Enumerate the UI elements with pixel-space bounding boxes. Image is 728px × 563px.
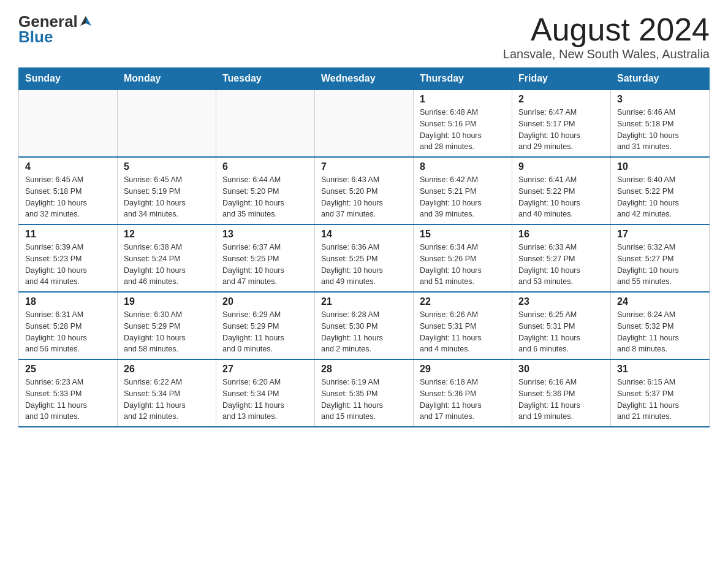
day-info: Sunrise: 6:24 AMSunset: 5:32 PMDaylight:… <box>617 309 703 355</box>
day-number: 17 <box>617 229 703 240</box>
calendar-cell: 8Sunrise: 6:42 AMSunset: 5:21 PMDaylight… <box>414 157 512 224</box>
day-number: 29 <box>420 364 506 375</box>
calendar-cell: 13Sunrise: 6:37 AMSunset: 5:25 PMDayligh… <box>216 224 315 292</box>
calendar-cell: 4Sunrise: 6:45 AMSunset: 5:18 PMDaylight… <box>19 157 118 224</box>
day-number: 6 <box>222 161 308 172</box>
calendar-week-4: 18Sunrise: 6:31 AMSunset: 5:28 PMDayligh… <box>19 292 710 359</box>
weekday-header-saturday: Saturday <box>611 68 710 90</box>
day-info: Sunrise: 6:47 AMSunset: 5:17 PMDaylight:… <box>518 107 604 153</box>
calendar-cell: 7Sunrise: 6:43 AMSunset: 5:20 PMDaylight… <box>315 157 414 224</box>
day-number: 16 <box>518 229 604 240</box>
day-number: 31 <box>617 364 703 375</box>
day-info: Sunrise: 6:48 AMSunset: 5:16 PMDaylight:… <box>420 107 506 153</box>
calendar-cell: 20Sunrise: 6:29 AMSunset: 5:29 PMDayligh… <box>216 292 315 359</box>
day-info: Sunrise: 6:31 AMSunset: 5:28 PMDaylight:… <box>25 309 111 355</box>
day-number: 12 <box>124 229 210 240</box>
calendar-cell: 30Sunrise: 6:16 AMSunset: 5:36 PMDayligh… <box>512 359 611 427</box>
calendar-cell <box>118 90 216 157</box>
day-info: Sunrise: 6:32 AMSunset: 5:27 PMDaylight:… <box>617 242 703 288</box>
weekday-header-tuesday: Tuesday <box>216 68 315 90</box>
calendar-cell: 25Sunrise: 6:23 AMSunset: 5:33 PMDayligh… <box>19 359 118 427</box>
calendar-cell <box>19 90 118 157</box>
calendar-header-row: SundayMondayTuesdayWednesdayThursdayFrid… <box>19 68 710 90</box>
calendar-cell: 29Sunrise: 6:18 AMSunset: 5:36 PMDayligh… <box>414 359 512 427</box>
day-info: Sunrise: 6:44 AMSunset: 5:20 PMDaylight:… <box>222 174 308 220</box>
weekday-header-wednesday: Wednesday <box>315 68 414 90</box>
calendar-cell: 26Sunrise: 6:22 AMSunset: 5:34 PMDayligh… <box>118 359 216 427</box>
calendar-cell: 10Sunrise: 6:40 AMSunset: 5:22 PMDayligh… <box>611 157 710 224</box>
day-number: 4 <box>25 161 111 172</box>
calendar-cell: 2Sunrise: 6:47 AMSunset: 5:17 PMDaylight… <box>512 90 611 157</box>
day-number: 24 <box>617 296 703 307</box>
day-number: 8 <box>420 161 506 172</box>
day-info: Sunrise: 6:26 AMSunset: 5:31 PMDaylight:… <box>420 309 506 355</box>
day-info: Sunrise: 6:25 AMSunset: 5:31 PMDaylight:… <box>518 309 604 355</box>
calendar-cell: 21Sunrise: 6:28 AMSunset: 5:30 PMDayligh… <box>315 292 414 359</box>
weekday-header-thursday: Thursday <box>414 68 512 90</box>
day-number: 9 <box>518 161 604 172</box>
calendar-cell: 16Sunrise: 6:33 AMSunset: 5:27 PMDayligh… <box>512 224 611 292</box>
location-title: Lansvale, New South Wales, Australia <box>503 47 710 61</box>
day-info: Sunrise: 6:45 AMSunset: 5:18 PMDaylight:… <box>25 174 111 220</box>
calendar-cell: 5Sunrise: 6:45 AMSunset: 5:19 PMDaylight… <box>118 157 216 224</box>
calendar-cell: 14Sunrise: 6:36 AMSunset: 5:25 PMDayligh… <box>315 224 414 292</box>
day-info: Sunrise: 6:40 AMSunset: 5:22 PMDaylight:… <box>617 174 703 220</box>
calendar-cell <box>216 90 315 157</box>
calendar-cell: 9Sunrise: 6:41 AMSunset: 5:22 PMDaylight… <box>512 157 611 224</box>
day-info: Sunrise: 6:42 AMSunset: 5:21 PMDaylight:… <box>420 174 506 220</box>
day-number: 23 <box>518 296 604 307</box>
calendar-table: SundayMondayTuesdayWednesdayThursdayFrid… <box>18 67 710 427</box>
day-number: 30 <box>518 364 604 375</box>
day-info: Sunrise: 6:41 AMSunset: 5:22 PMDaylight:… <box>518 174 604 220</box>
weekday-header-monday: Monday <box>118 68 216 90</box>
day-number: 21 <box>321 296 407 307</box>
calendar-cell: 15Sunrise: 6:34 AMSunset: 5:26 PMDayligh… <box>414 224 512 292</box>
day-info: Sunrise: 6:34 AMSunset: 5:26 PMDaylight:… <box>420 242 506 288</box>
calendar-week-1: 1Sunrise: 6:48 AMSunset: 5:16 PMDaylight… <box>19 90 710 157</box>
calendar-cell: 22Sunrise: 6:26 AMSunset: 5:31 PMDayligh… <box>414 292 512 359</box>
day-number: 1 <box>420 94 506 105</box>
calendar-cell: 12Sunrise: 6:38 AMSunset: 5:24 PMDayligh… <box>118 224 216 292</box>
day-info: Sunrise: 6:28 AMSunset: 5:30 PMDaylight:… <box>321 309 407 355</box>
day-number: 11 <box>25 229 111 240</box>
day-info: Sunrise: 6:23 AMSunset: 5:33 PMDaylight:… <box>25 377 111 423</box>
day-number: 22 <box>420 296 506 307</box>
day-info: Sunrise: 6:22 AMSunset: 5:34 PMDaylight:… <box>124 377 210 423</box>
calendar-cell <box>315 90 414 157</box>
title-area: August 2024 Lansvale, New South Wales, A… <box>503 12 710 61</box>
calendar-cell: 3Sunrise: 6:46 AMSunset: 5:18 PMDaylight… <box>611 90 710 157</box>
weekday-header-friday: Friday <box>512 68 611 90</box>
day-number: 25 <box>25 364 111 375</box>
calendar-cell: 23Sunrise: 6:25 AMSunset: 5:31 PMDayligh… <box>512 292 611 359</box>
calendar-cell: 11Sunrise: 6:39 AMSunset: 5:23 PMDayligh… <box>19 224 118 292</box>
day-number: 3 <box>617 94 703 105</box>
calendar-cell: 31Sunrise: 6:15 AMSunset: 5:37 PMDayligh… <box>611 359 710 427</box>
day-info: Sunrise: 6:29 AMSunset: 5:29 PMDaylight:… <box>222 309 308 355</box>
weekday-header-sunday: Sunday <box>19 68 118 90</box>
day-info: Sunrise: 6:39 AMSunset: 5:23 PMDaylight:… <box>25 242 111 288</box>
day-number: 15 <box>420 229 506 240</box>
calendar-cell: 27Sunrise: 6:20 AMSunset: 5:34 PMDayligh… <box>216 359 315 427</box>
day-number: 20 <box>222 296 308 307</box>
page-header: General Blue August 2024 Lansvale, New S… <box>18 12 710 61</box>
day-info: Sunrise: 6:15 AMSunset: 5:37 PMDaylight:… <box>617 377 703 423</box>
day-number: 26 <box>124 364 210 375</box>
day-number: 10 <box>617 161 703 172</box>
calendar-week-2: 4Sunrise: 6:45 AMSunset: 5:18 PMDaylight… <box>19 157 710 224</box>
svg-marker-1 <box>80 16 86 26</box>
day-info: Sunrise: 6:36 AMSunset: 5:25 PMDaylight:… <box>321 242 407 288</box>
calendar-cell: 19Sunrise: 6:30 AMSunset: 5:29 PMDayligh… <box>118 292 216 359</box>
day-info: Sunrise: 6:20 AMSunset: 5:34 PMDaylight:… <box>222 377 308 423</box>
day-number: 5 <box>124 161 210 172</box>
day-number: 7 <box>321 161 407 172</box>
day-number: 18 <box>25 296 111 307</box>
day-info: Sunrise: 6:33 AMSunset: 5:27 PMDaylight:… <box>518 242 604 288</box>
calendar-week-3: 11Sunrise: 6:39 AMSunset: 5:23 PMDayligh… <box>19 224 710 292</box>
day-number: 14 <box>321 229 407 240</box>
month-title: August 2024 <box>503 12 710 47</box>
day-number: 27 <box>222 364 308 375</box>
calendar-week-5: 25Sunrise: 6:23 AMSunset: 5:33 PMDayligh… <box>19 359 710 427</box>
logo-blue: Blue <box>18 28 53 47</box>
calendar-cell: 18Sunrise: 6:31 AMSunset: 5:28 PMDayligh… <box>19 292 118 359</box>
day-info: Sunrise: 6:16 AMSunset: 5:36 PMDaylight:… <box>518 377 604 423</box>
